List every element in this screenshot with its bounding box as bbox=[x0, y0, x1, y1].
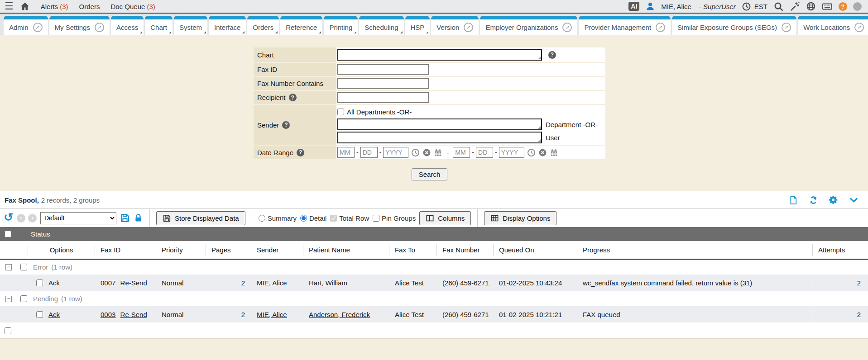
tab-similar-exposure-groups[interactable]: Similar Exposure Groups (SEGs)↗ bbox=[672, 16, 796, 35]
export-document-icon[interactable] bbox=[789, 195, 798, 205]
tab-reference[interactable]: Reference bbox=[280, 16, 322, 35]
ack-link[interactable]: Ack bbox=[48, 279, 60, 287]
external-link-icon[interactable]: ↗ bbox=[33, 23, 43, 32]
row-select-checkbox[interactable] bbox=[36, 311, 43, 318]
tab-interface[interactable]: Interface bbox=[209, 16, 246, 35]
fax-number-contains-input[interactable] bbox=[337, 78, 429, 89]
saved-view-select[interactable]: Default bbox=[40, 212, 116, 224]
previous-view-icon[interactable]: ‹ bbox=[17, 214, 25, 223]
external-link-icon[interactable]: ↗ bbox=[95, 23, 104, 32]
fax-id-link[interactable]: 0003 bbox=[101, 311, 115, 318]
all-departments-checkbox[interactable] bbox=[337, 109, 344, 115]
ai-badge[interactable]: AI bbox=[628, 2, 639, 11]
select-all-checkbox[interactable] bbox=[5, 231, 11, 237]
header-sender[interactable]: Sender bbox=[251, 244, 303, 256]
menu-item-doc-queue[interactable]: Doc Queue (3) bbox=[110, 3, 155, 10]
hamburger-menu-icon[interactable]: ☰ bbox=[5, 1, 14, 11]
end-calendar-icon[interactable] bbox=[550, 148, 558, 157]
tab-scheduling[interactable]: Scheduling bbox=[359, 16, 403, 35]
sender-department-input[interactable] bbox=[337, 118, 542, 130]
tab-hsp[interactable]: HSP bbox=[405, 16, 430, 35]
globe-icon[interactable] bbox=[806, 1, 816, 11]
end-time-icon[interactable] bbox=[527, 148, 536, 157]
tab-orders[interactable]: Orders bbox=[247, 16, 279, 35]
end-year-input[interactable] bbox=[499, 147, 524, 158]
start-calendar-icon[interactable] bbox=[434, 148, 442, 157]
resend-link[interactable]: Re-Send bbox=[120, 311, 147, 318]
avatar[interactable] bbox=[853, 2, 862, 11]
chart-help-icon[interactable]: ? bbox=[548, 51, 556, 59]
save-view-icon[interactable] bbox=[120, 213, 130, 223]
sender-user-input[interactable] bbox=[337, 132, 542, 143]
summary-radio-option[interactable]: Summary bbox=[259, 214, 297, 222]
header-patient-name[interactable]: Patient Name bbox=[303, 244, 389, 256]
menu-item-orders[interactable]: Orders bbox=[79, 3, 100, 10]
tab-chart[interactable]: Chart bbox=[145, 16, 173, 35]
menu-item-alerts[interactable]: Alerts (3) bbox=[41, 3, 68, 10]
header-options[interactable]: Options bbox=[28, 244, 95, 256]
end-day-input[interactable] bbox=[476, 147, 493, 158]
date-range-help-icon[interactable]: ? bbox=[297, 149, 304, 156]
external-link-icon[interactable]: ↗ bbox=[464, 23, 473, 32]
settings-gear-icon[interactable] bbox=[829, 195, 839, 205]
next-view-icon[interactable]: › bbox=[28, 214, 37, 223]
tab-access[interactable]: Access bbox=[111, 16, 144, 35]
start-clear-icon[interactable] bbox=[422, 148, 431, 157]
tab-printing[interactable]: Printing bbox=[324, 16, 358, 35]
total-row-checkbox[interactable] bbox=[330, 215, 337, 222]
refresh-icon[interactable] bbox=[808, 195, 819, 205]
tab-admin[interactable]: Admin↗ bbox=[4, 16, 48, 35]
header-fax-id[interactable]: Fax ID bbox=[95, 244, 156, 256]
collapse-group-icon[interactable]: − bbox=[5, 296, 12, 302]
footer-select-checkbox[interactable] bbox=[5, 327, 11, 334]
store-displayed-data-button[interactable]: Store Displayed Data bbox=[156, 211, 245, 225]
search-button[interactable]: Search bbox=[412, 168, 448, 180]
fax-id-input[interactable] bbox=[337, 64, 429, 75]
start-day-input[interactable] bbox=[360, 147, 378, 158]
recipient-input[interactable] bbox=[337, 92, 429, 103]
group-select-checkbox[interactable] bbox=[20, 295, 27, 302]
lock-view-icon[interactable] bbox=[134, 213, 143, 223]
header-attempts[interactable]: Attempts bbox=[813, 244, 868, 256]
tab-work-locations[interactable]: Work Locations↗ bbox=[798, 16, 868, 35]
keyboard-icon[interactable] bbox=[822, 1, 833, 12]
external-link-icon[interactable]: ↗ bbox=[782, 23, 791, 32]
summary-radio[interactable] bbox=[259, 215, 265, 222]
collapse-group-icon[interactable]: − bbox=[5, 264, 12, 270]
tab-my-settings[interactable]: My Settings↗ bbox=[49, 16, 110, 35]
tab-system[interactable]: System bbox=[174, 16, 207, 35]
columns-button[interactable]: Columns bbox=[419, 211, 471, 225]
detail-radio-option[interactable]: Detail bbox=[300, 214, 326, 222]
external-link-icon[interactable]: ↗ bbox=[854, 23, 864, 32]
row-select-checkbox[interactable] bbox=[36, 279, 43, 286]
start-year-input[interactable] bbox=[383, 147, 408, 158]
end-month-input[interactable] bbox=[453, 147, 470, 158]
tab-version[interactable]: Version↗ bbox=[431, 16, 479, 35]
recipient-help-icon[interactable]: ? bbox=[289, 94, 297, 101]
end-clear-icon[interactable] bbox=[538, 148, 547, 157]
detail-radio[interactable] bbox=[300, 215, 307, 222]
header-priority[interactable]: Priority bbox=[156, 244, 206, 256]
total-row-option[interactable]: Total Row bbox=[330, 214, 369, 222]
search-icon[interactable] bbox=[773, 1, 784, 12]
start-time-icon[interactable] bbox=[411, 148, 420, 157]
collapse-panel-icon[interactable] bbox=[849, 195, 859, 205]
resend-link[interactable]: Re-Send bbox=[120, 279, 147, 287]
sender-link[interactable]: MIE, Alice bbox=[257, 311, 287, 318]
wand-icon[interactable] bbox=[790, 1, 800, 12]
tab-provider-management[interactable]: Provider Management↗ bbox=[579, 16, 671, 35]
sender-link[interactable]: MIE, Alice bbox=[257, 279, 287, 287]
chart-input[interactable] bbox=[337, 49, 542, 61]
user-name[interactable]: MIE, Alice bbox=[661, 3, 691, 10]
sender-help-icon[interactable]: ? bbox=[282, 121, 290, 129]
header-progress[interactable]: Progress bbox=[577, 244, 813, 256]
header-fax-to[interactable]: Fax To bbox=[389, 244, 437, 256]
pin-groups-option[interactable]: Pin Groups bbox=[373, 214, 416, 222]
tab-employer-organizations[interactable]: Employer Organizations↗ bbox=[480, 16, 577, 35]
patient-link[interactable]: Anderson, Frederick bbox=[309, 311, 370, 318]
user-icon[interactable] bbox=[645, 1, 655, 11]
home-icon[interactable] bbox=[20, 1, 30, 11]
display-options-button[interactable]: Display Options bbox=[484, 211, 556, 225]
pin-groups-checkbox[interactable] bbox=[373, 215, 379, 222]
reset-view-icon[interactable]: ↺ bbox=[4, 212, 13, 223]
